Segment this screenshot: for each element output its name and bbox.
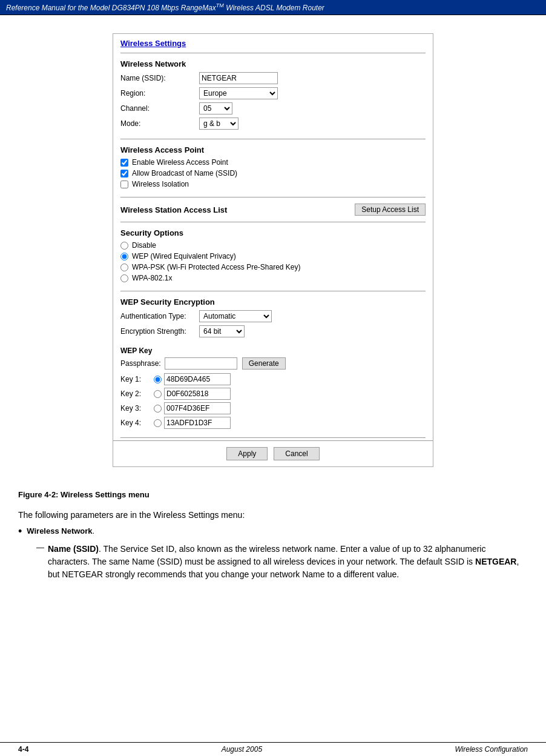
security-options-section: Security Options Disable WEP (Wired Equi… <box>113 225 433 288</box>
page-header: Reference Manual for the Model DG834PN 1… <box>0 0 546 15</box>
security-wpa-802-label: WPA-802.1x <box>132 274 172 282</box>
wep-security-section: WEP Security Encryption Authentication T… <box>113 294 433 344</box>
security-wep-row: WEP (Wired Equivalent Privacy) <box>120 252 426 260</box>
apply-button[interactable]: Apply <box>226 447 268 460</box>
channel-select[interactable]: 05 <box>199 102 232 114</box>
ap-divider <box>120 197 426 197</box>
mode-label: Mode: <box>120 119 199 128</box>
wireless-isolation-label: Wireless Isolation <box>132 180 189 188</box>
key2-row: Key 2: <box>120 388 426 400</box>
mode-row: Mode: g & b <box>120 118 426 130</box>
key2-input[interactable] <box>164 388 231 400</box>
enc-strength-row: Encryption Strength: 64 bit <box>120 325 426 337</box>
security-wpa-802-row: WPA-802.1x <box>120 274 426 282</box>
wireless-network-section: Wireless Network Name (SSID): Region: Eu… <box>113 56 433 136</box>
key1-row: Key 1: <box>120 373 426 385</box>
trademark: TM <box>216 2 224 8</box>
indent1-text-part1: . The Service Set ID, also known as the … <box>48 544 485 566</box>
allow-broadcast-checkbox[interactable] <box>120 170 128 177</box>
auth-type-label: Authentication Type: <box>120 312 199 320</box>
security-disable-label: Disable <box>132 241 156 250</box>
ssid-input[interactable] <box>199 72 278 84</box>
key4-input[interactable] <box>164 417 231 429</box>
enc-strength-label: Encryption Strength: <box>120 327 199 336</box>
enable-ap-row: Enable Wireless Access Point <box>120 158 426 167</box>
setup-access-list-button[interactable]: Setup Access List <box>355 204 426 216</box>
ssid-label: Name (SSID): <box>120 74 199 82</box>
footer-left: 4-4 <box>18 745 28 754</box>
bullet1: • Wireless Network. <box>0 526 546 538</box>
access-list-label: Wireless Station Access List <box>120 205 227 214</box>
auth-type-select[interactable]: Automatic <box>199 310 272 322</box>
network-divider <box>120 139 426 139</box>
header-text2: Wireless ADSL Modem Router <box>224 4 324 12</box>
key3-input[interactable] <box>164 402 231 414</box>
body-intro: The following parameters are in the Wire… <box>0 509 546 522</box>
em-dash: — <box>36 543 44 552</box>
header-text: Reference Manual for the Model DG834PN 1… <box>6 4 216 12</box>
figure-caption: Figure 4-2: Wireless Settings menu <box>0 490 546 499</box>
key3-label: Key 3: <box>120 404 154 413</box>
security-wpa-802-radio[interactable] <box>120 274 128 282</box>
indent1: — Name (SSID). The Service Set ID, also … <box>0 543 546 581</box>
security-wep-radio[interactable] <box>120 253 128 260</box>
wep-divider <box>120 437 426 438</box>
page-footer: 4-4 August 2005 Wireless Configuration <box>0 742 546 756</box>
name-ssid-bold: Name (SSID) <box>48 544 99 554</box>
enable-ap-label: Enable Wireless Access Point <box>132 158 228 167</box>
mode-select[interactable]: g & b <box>199 118 238 130</box>
channel-label: Channel: <box>120 104 199 113</box>
enc-strength-select[interactable]: 64 bit <box>199 325 245 337</box>
settings-title: Wireless Settings <box>120 39 186 48</box>
passphrase-input[interactable] <box>165 357 237 370</box>
wep-key-header: WEP Key <box>120 346 426 355</box>
settings-box: Wireless Settings Wireless Network Name … <box>113 33 433 467</box>
settings-box-title: Wireless Settings <box>113 34 433 50</box>
generate-button[interactable]: Generate <box>242 357 286 370</box>
security-wpa-psk-label: WPA-PSK (Wi-Fi Protected Access Pre-Shar… <box>132 263 301 271</box>
key4-label: Key 4: <box>120 419 154 427</box>
wep-key-section: WEP Key Passphrase: Generate Key 1: Key … <box>113 344 433 435</box>
security-divider <box>120 291 426 291</box>
cancel-button[interactable]: Cancel <box>274 447 319 460</box>
footer-right: Wireless Configuration <box>455 745 528 754</box>
netgear-bold: NETGEAR <box>475 557 516 566</box>
key4-radio[interactable] <box>154 419 162 427</box>
title-divider <box>120 53 426 53</box>
key2-label: Key 2: <box>120 390 154 398</box>
wireless-network-header: Wireless Network <box>120 59 426 68</box>
wireless-isolation-checkbox[interactable] <box>120 181 128 188</box>
region-row: Region: Europe <box>120 87 426 99</box>
region-select[interactable]: Europe <box>199 87 278 99</box>
enable-ap-checkbox[interactable] <box>120 159 128 167</box>
passphrase-row: Passphrase: Generate <box>120 357 426 370</box>
ssid-row: Name (SSID): <box>120 72 426 84</box>
bottom-buttons: Apply Cancel <box>113 440 433 466</box>
security-disable-radio[interactable] <box>120 242 128 250</box>
allow-broadcast-label: Allow Broadcast of Name (SSID) <box>132 169 237 177</box>
security-wep-label: WEP (Wired Equivalent Privacy) <box>132 252 236 260</box>
key1-label: Key 1: <box>120 375 154 383</box>
bullet-dot: • <box>18 525 22 538</box>
security-options-header: Security Options <box>120 228 426 237</box>
access-list-row: Wireless Station Access List Setup Acces… <box>113 200 433 219</box>
key3-row: Key 3: <box>120 402 426 414</box>
region-label: Region: <box>120 89 199 98</box>
page-content: Wireless Settings Wireless Network Name … <box>0 15 546 485</box>
wep-security-header: WEP Security Encryption <box>120 297 426 307</box>
auth-type-row: Authentication Type: Automatic <box>120 310 426 322</box>
key4-row: Key 4: <box>120 417 426 429</box>
figure-caption-text: Figure 4-2: Wireless Settings menu <box>18 490 150 499</box>
indent1-content: — Name (SSID). The Service Set ID, also … <box>36 543 528 581</box>
wireless-isolation-row: Wireless Isolation <box>120 180 426 188</box>
key1-radio[interactable] <box>154 376 162 383</box>
channel-row: Channel: 05 <box>120 102 426 114</box>
key1-input[interactable] <box>164 373 231 385</box>
intro-text: The following parameters are in the Wire… <box>18 509 528 522</box>
passphrase-label: Passphrase: <box>120 359 161 368</box>
key2-radio[interactable] <box>154 390 162 398</box>
security-wpa-psk-radio[interactable] <box>120 264 128 271</box>
allow-broadcast-row: Allow Broadcast of Name (SSID) <box>120 169 426 177</box>
footer-center: August 2005 <box>28 745 455 754</box>
key3-radio[interactable] <box>154 405 162 413</box>
